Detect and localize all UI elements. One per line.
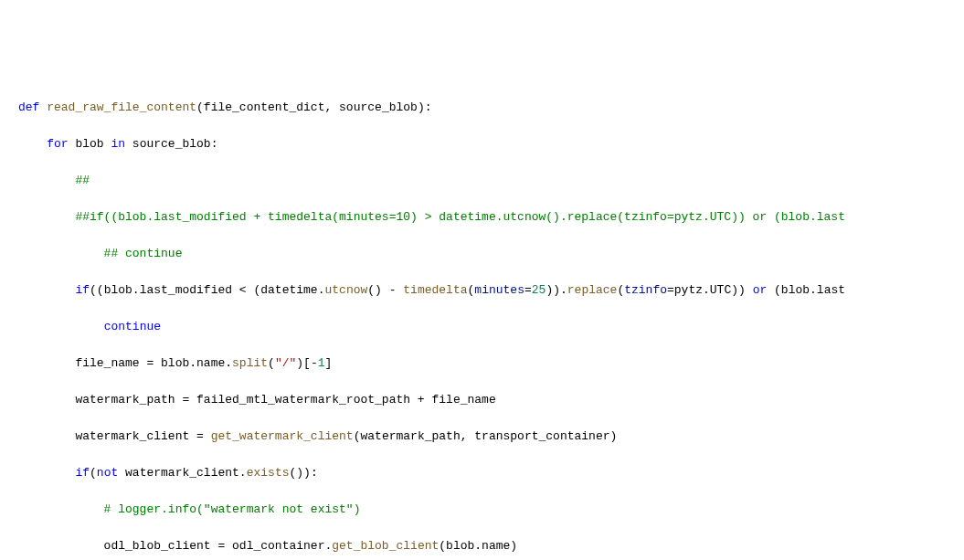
var: blob	[69, 137, 111, 151]
code-text: =pytz.UTC))	[667, 283, 753, 297]
call: replace	[567, 283, 618, 297]
comment: ## continue	[18, 247, 182, 260]
code-line: if((blob.last_modified < (datetime.utcno…	[18, 281, 964, 300]
call: exists	[247, 466, 290, 480]
code-text: () -	[367, 283, 403, 297]
code-line: for blob in source_blob:	[18, 135, 964, 153]
number: 1	[318, 356, 325, 370]
code-text: ()):	[290, 466, 318, 480]
keyword-for: for	[47, 137, 68, 151]
code-line: odl_blob_client = odl_container.get_blob…	[18, 537, 964, 555]
comment: ##if((blob.last_modified + timedelta(min…	[18, 210, 845, 224]
call: get_blob_client	[332, 539, 439, 553]
kwarg: minutes	[474, 283, 524, 297]
number: 25	[532, 283, 546, 297]
keyword-def: def	[18, 100, 39, 114]
code-text: =	[524, 283, 532, 297]
keyword-if: if	[75, 283, 90, 297]
string: "/"	[275, 356, 296, 370]
code-line: def read_raw_file_content(file_content_d…	[18, 99, 964, 117]
call: get_watermark_client	[211, 429, 354, 443]
code-line: watermark_path = failed_mtl_watermark_ro…	[18, 391, 964, 409]
call: split	[232, 356, 268, 370]
call: utcnow	[324, 283, 367, 297]
code-text: file_name = blob.name.	[18, 356, 232, 370]
code-line: file_name = blob.name.split("/")[-1]	[18, 354, 964, 373]
code-text: )).	[546, 283, 567, 297]
code-text: odl_blob_client = odl_container.	[18, 539, 332, 553]
keyword-continue: continue	[104, 320, 161, 333]
code-editor[interactable]: def read_raw_file_content(file_content_d…	[18, 80, 964, 560]
code-text: watermark_client =	[18, 429, 211, 443]
code-text: source_blob:	[125, 137, 217, 151]
code-text: (	[268, 356, 275, 370]
keyword-or: or	[753, 283, 768, 297]
kwarg: tzinfo	[624, 283, 667, 297]
code-text: ((blob.last_modified < (datetime.	[90, 283, 324, 297]
call: timedelta	[403, 283, 467, 297]
code-line: ## continue	[18, 245, 964, 263]
code-text: (	[90, 466, 97, 480]
keyword-if: if	[75, 466, 90, 480]
comment: ##	[18, 174, 90, 187]
code-text: watermark_path = failed_mtl_watermark_ro…	[18, 393, 496, 407]
code-line: # logger.info("watermark not exist")	[18, 501, 964, 519]
code-line: watermark_client = get_watermark_client(…	[18, 428, 964, 446]
code-line: if(not watermark_client.exists()):	[18, 464, 964, 482]
keyword-not: not	[97, 466, 118, 480]
code-line: continue	[18, 318, 964, 336]
code-text: )[-	[296, 356, 317, 370]
code-line: ##if((blob.last_modified + timedelta(min…	[18, 208, 964, 227]
code-text: (blob.last	[767, 283, 845, 297]
code-text: (watermark_path, transport_container)	[354, 429, 618, 443]
code-text: ]	[325, 356, 333, 370]
code-line: ##	[18, 172, 964, 190]
function-name: read_raw_file_content	[47, 100, 196, 114]
params: (file_content_dict, source_blob):	[196, 100, 431, 114]
code-text: (blob.name)	[439, 539, 517, 553]
comment: # logger.info("watermark not exist")	[18, 502, 360, 516]
keyword-in: in	[111, 137, 125, 151]
code-text: watermark_client.	[118, 466, 246, 480]
